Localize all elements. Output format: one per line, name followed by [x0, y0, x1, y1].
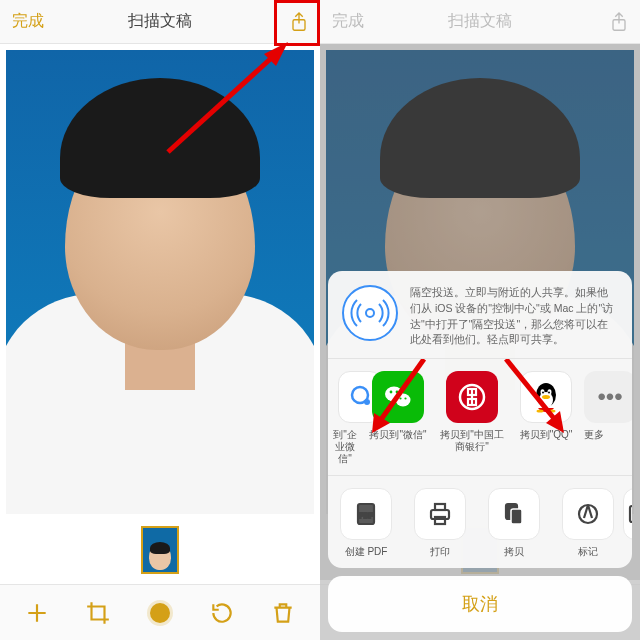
svg-rect-33 [511, 509, 522, 524]
save-icon [623, 488, 632, 540]
filter-button[interactable] [140, 593, 180, 633]
pdf-icon: PDF [340, 488, 392, 540]
svg-point-23 [548, 392, 550, 394]
share-app-qq[interactable]: 拷贝到"QQ" [510, 371, 582, 465]
svg-point-9 [396, 394, 411, 407]
action-label: 拷贝 [504, 546, 524, 558]
airdrop-description: 隔空投送。立即与附近的人共享。如果他们从 iOS 设备的"控制中心"或 Mac … [410, 285, 618, 348]
scanned-photo-area [0, 44, 320, 580]
filter-icon [150, 603, 170, 623]
left-header: 完成 扫描文稿 [0, 0, 320, 44]
svg-point-7 [364, 399, 370, 405]
svg-point-25 [537, 409, 544, 412]
action-markup[interactable]: 标记 [552, 488, 624, 558]
svg-text:PDF: PDF [359, 512, 374, 519]
svg-rect-31 [435, 517, 445, 524]
done-button-dimmed: 完成 [332, 11, 376, 32]
plus-icon [24, 600, 50, 626]
action-label: 创建 PDF [345, 546, 388, 558]
delete-button[interactable] [263, 593, 303, 633]
app-label: 拷贝到"QQ" [520, 429, 573, 441]
icbc-icon [446, 371, 498, 423]
wechat-icon [372, 371, 424, 423]
svg-point-13 [404, 397, 406, 399]
share-button-dimmed [584, 11, 628, 33]
edit-toolbar [0, 584, 320, 640]
cancel-button[interactable]: 取消 [328, 576, 632, 632]
copy-icon [488, 488, 540, 540]
app-label: 拷贝到"中国工商银行" [436, 429, 508, 453]
action-label: 打印 [430, 546, 450, 558]
more-icon: ••• [584, 371, 632, 423]
header-title: 扫描文稿 [376, 11, 584, 32]
action-print[interactable]: 打印 [404, 488, 476, 558]
svg-point-26 [549, 409, 556, 412]
share-highlight-box [274, 0, 320, 46]
svg-rect-35 [630, 506, 632, 522]
crop-icon [85, 600, 111, 626]
trash-icon [270, 600, 296, 626]
share-icon [610, 11, 628, 33]
share-app-icbc[interactable]: 拷贝到"中国工商银行" [436, 371, 508, 465]
action-copy[interactable]: 拷贝 [478, 488, 550, 558]
id-photo[interactable] [6, 50, 314, 514]
svg-point-10 [390, 391, 393, 394]
svg-point-24 [542, 395, 550, 399]
svg-point-22 [542, 392, 544, 394]
share-sheet: 隔空投送。立即与附近的人共享。如果他们从 iOS 设备的"控制中心"或 Mac … [328, 271, 632, 632]
action-create-pdf[interactable]: PDF 创建 PDF [330, 488, 402, 558]
rotate-icon [209, 600, 235, 626]
app-label: 更多 [584, 429, 604, 441]
action-save[interactable]: 存 [626, 488, 632, 558]
print-icon [414, 488, 466, 540]
rotate-button[interactable] [202, 593, 242, 633]
app-label: 拷贝到"微信" [369, 429, 426, 441]
share-app-more[interactable]: ••• 更多 [584, 371, 622, 465]
svg-point-3 [366, 309, 374, 317]
share-app-qiye[interactable]: 到"企业微信" [330, 371, 360, 465]
right-header: 完成 扫描文稿 [320, 0, 640, 44]
qq-icon [520, 371, 572, 423]
svg-point-12 [399, 397, 401, 399]
crop-button[interactable] [78, 593, 118, 633]
header-title: 扫描文稿 [56, 11, 264, 32]
done-button[interactable]: 完成 [12, 11, 56, 32]
svg-rect-30 [435, 504, 445, 510]
airdrop-section[interactable]: 隔空投送。立即与附近的人共享。如果他们从 iOS 设备的"控制中心"或 Mac … [328, 271, 632, 358]
airdrop-icon [342, 285, 398, 341]
add-button[interactable] [17, 593, 57, 633]
svg-point-11 [396, 391, 399, 394]
page-thumbnail[interactable] [141, 526, 179, 574]
share-apps-row: 到"企业微信" 拷贝到"微信" 拷贝到"中国工商银行" [328, 359, 632, 475]
markup-icon [562, 488, 614, 540]
svg-point-19 [539, 392, 553, 408]
share-actions-row: PDF 创建 PDF 打印 拷贝 [328, 476, 632, 568]
app-label: 到"企业微信" [330, 429, 360, 465]
action-label: 标记 [578, 546, 598, 558]
